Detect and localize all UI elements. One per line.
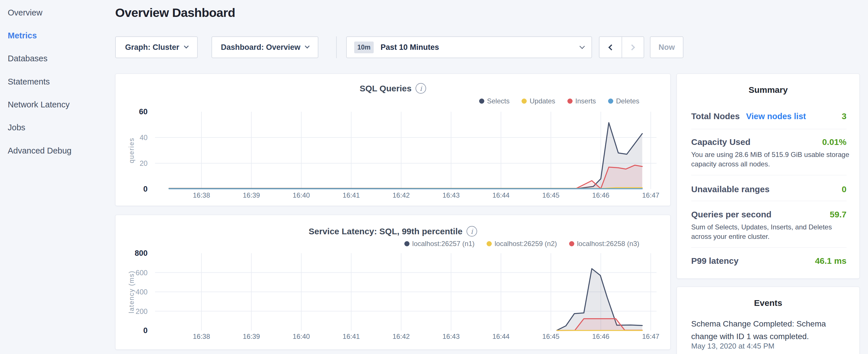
- summary-row-value: 3: [842, 111, 846, 121]
- svg-text:40: 40: [140, 133, 148, 141]
- svg-text:20: 20: [140, 159, 148, 167]
- legend-dot-icon: [608, 99, 613, 104]
- sidebar-item-network-latency[interactable]: Network Latency: [8, 99, 70, 110]
- svg-text:800: 800: [135, 249, 148, 257]
- svg-text:16:43: 16:43: [442, 332, 460, 340]
- time-step-buttons: [599, 36, 644, 58]
- svg-text:16:41: 16:41: [343, 332, 360, 340]
- chevron-left-icon: [608, 44, 614, 50]
- summary-row-p99-latency: P99 latency 46.1 ms: [691, 256, 846, 266]
- previous-time-button[interactable]: [599, 37, 622, 58]
- next-time-button[interactable]: [622, 37, 644, 58]
- legend-item: Inserts: [567, 97, 596, 105]
- chart-legend: localhost:26257 (n1)localhost:26259 (n2)…: [404, 239, 639, 248]
- svg-text:400: 400: [135, 288, 148, 296]
- svg-text:0: 0: [143, 326, 148, 335]
- summary-row-value: 59.7: [830, 210, 846, 219]
- svg-text:16:40: 16:40: [292, 191, 310, 199]
- summary-row-description: You are using 28.6 MiB of 515.9 GiB usab…: [691, 150, 849, 169]
- time-range-badge: 10m: [354, 41, 374, 53]
- now-button[interactable]: Now: [650, 36, 683, 58]
- legend-label: localhost:26259 (n2): [495, 240, 557, 248]
- legend-item: localhost:26258 (n3): [569, 240, 639, 248]
- chevron-down-icon: [184, 44, 189, 49]
- svg-text:16:41: 16:41: [343, 191, 360, 199]
- events-title: Events: [677, 298, 859, 308]
- service-latency-chart-card: Service Latency: SQL, 99th percentile i …: [115, 215, 671, 350]
- dashboard-label: Dashboard: Overview: [221, 43, 301, 52]
- chevron-down-icon: [580, 43, 585, 49]
- view-nodes-list-link[interactable]: View nodes list: [746, 112, 806, 121]
- time-range-selector[interactable]: 10m Past 10 Minutes: [346, 36, 592, 58]
- sidebar-item-overview[interactable]: Overview: [8, 7, 42, 18]
- svg-text:16:46: 16:46: [592, 332, 610, 340]
- legend-dot-icon: [522, 99, 527, 104]
- legend-item: localhost:26257 (n1): [404, 240, 474, 248]
- legend-item: Updates: [522, 97, 555, 105]
- summary-panel: Summary Total Nodes View nodes list 3 Ca…: [677, 74, 860, 279]
- sidebar-item-statements[interactable]: Statements: [8, 76, 50, 87]
- summary-row-value: 0.01%: [822, 137, 846, 147]
- event-timestamp: May 13, 2020 at 4:45 PM: [691, 342, 775, 351]
- graph-scope-dropdown[interactable]: Graph: Cluster: [115, 36, 198, 58]
- svg-text:16:43: 16:43: [442, 191, 460, 199]
- svg-text:16:45: 16:45: [542, 332, 559, 340]
- summary-row-unavailable-ranges: Unavailable ranges 0: [691, 185, 846, 194]
- info-icon[interactable]: i: [415, 83, 426, 94]
- svg-text:16:47: 16:47: [642, 332, 659, 340]
- sidebar-item-metrics[interactable]: Metrics: [8, 30, 37, 41]
- y-axis-title: queries: [128, 137, 135, 163]
- svg-text:16:38: 16:38: [193, 332, 210, 340]
- sidebar-item-databases[interactable]: Databases: [8, 53, 48, 64]
- svg-text:16:40: 16:40: [292, 332, 310, 340]
- legend-label: localhost:26257 (n1): [412, 240, 474, 248]
- legend-dot-icon: [479, 99, 484, 104]
- legend-label: Inserts: [576, 97, 596, 105]
- summary-row-label: P99 latency: [691, 256, 739, 266]
- summary-row-value: 0: [842, 185, 846, 194]
- summary-row-queries-per-second: Queries per second 59.7: [691, 210, 846, 219]
- legend-dot-icon: [569, 241, 574, 246]
- legend-item: Deletes: [608, 97, 639, 105]
- legend-item: localhost:26259 (n2): [487, 240, 557, 248]
- graph-scope-label: Graph: Cluster: [125, 43, 179, 52]
- dashboard-dropdown[interactable]: Dashboard: Overview: [212, 36, 318, 58]
- page-title: Overview Dashboard: [115, 6, 235, 20]
- summary-row-description: Sum of Selects, Updates, Inserts, and De…: [691, 222, 849, 241]
- sql-queries-chart-card: SQL Queries i SelectsUpdatesInsertsDelet…: [115, 74, 671, 206]
- legend-dot-icon: [567, 99, 572, 104]
- chart-title: Service Latency: SQL, 99th percentile: [309, 227, 463, 236]
- cockroachdb-admin-ui: Overview Metrics Databases Statements Ne…: [0, 0, 868, 354]
- summary-row-value: 46.1 ms: [815, 256, 846, 266]
- divider: [691, 248, 846, 248]
- sidebar-item-advanced-debug[interactable]: Advanced Debug: [8, 145, 72, 156]
- svg-text:0: 0: [143, 185, 148, 193]
- sidebar-item-jobs[interactable]: Jobs: [8, 122, 25, 133]
- summary-row-capacity-used: Capacity Used 0.01%: [691, 137, 846, 147]
- time-range-label: Past 10 Minutes: [380, 43, 439, 52]
- svg-text:16:42: 16:42: [393, 191, 410, 199]
- sql-queries-plot: 16:3816:3916:4016:4116:4216:4316:4416:45…: [116, 74, 671, 206]
- summary-row-label: Capacity Used: [691, 137, 750, 147]
- svg-text:16:44: 16:44: [492, 191, 509, 199]
- divider: [691, 201, 846, 201]
- svg-text:16:39: 16:39: [243, 191, 260, 199]
- info-icon[interactable]: i: [467, 226, 477, 236]
- svg-text:200: 200: [135, 307, 148, 315]
- svg-text:16:39: 16:39: [243, 332, 260, 340]
- summary-row-label: Unavailable ranges: [691, 185, 769, 194]
- chart-legend: SelectsUpdatesInsertsDeletes: [479, 97, 640, 105]
- legend-label: Selects: [487, 97, 510, 105]
- legend-label: Deletes: [616, 97, 639, 105]
- svg-text:16:46: 16:46: [592, 191, 610, 199]
- legend-label: Updates: [530, 97, 555, 105]
- svg-text:16:44: 16:44: [492, 332, 509, 340]
- chart-title: SQL Queries: [360, 84, 411, 93]
- summary-row-label: Total Nodes: [691, 111, 740, 121]
- chevron-down-icon: [305, 44, 310, 49]
- svg-text:16:47: 16:47: [642, 191, 659, 199]
- svg-text:60: 60: [139, 107, 148, 116]
- svg-text:16:38: 16:38: [193, 191, 210, 199]
- legend-label: localhost:26258 (n3): [577, 240, 639, 248]
- svg-text:16:45: 16:45: [542, 191, 559, 199]
